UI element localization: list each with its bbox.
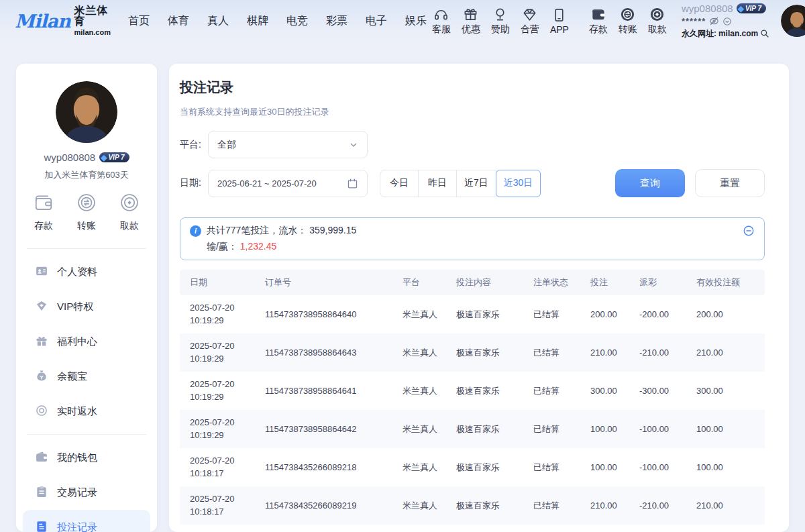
cell-bet: 210.00 <box>590 500 639 511</box>
main-panel: 投注记录 当前系统支持查询最近30日的投注记录 平台: 全部 日期: 2025-… <box>169 64 789 532</box>
transfer-icon <box>76 193 97 215</box>
user-info-block: wyp080808 ◆ VIP 7 ****** 永久网址: milan.com <box>682 3 775 38</box>
cell-platform: 米兰真人 <box>402 385 456 397</box>
transactions-icon <box>35 485 48 500</box>
cell-content: 极速百家乐 <box>456 385 533 397</box>
deposit-action[interactable]: 存款 <box>34 193 54 232</box>
nav-item-slots[interactable]: 电子 <box>366 14 387 28</box>
avatar[interactable] <box>781 5 805 37</box>
cell-order-no: 1154738738958864643 <box>265 348 402 358</box>
cell-date: 2025-07-2010:19:29 <box>180 302 265 327</box>
sidebar-item-label: 福利中心 <box>57 335 97 348</box>
sidebar-item-wallet[interactable]: 我的钱包 <box>16 440 157 475</box>
col-platform: 平台 <box>402 276 456 288</box>
nav-item-live[interactable]: 真人 <box>207 14 229 28</box>
site-logo[interactable]: Milan 米兰体育 milan.com <box>15 5 111 36</box>
win-loss-value: 1,232.45 <box>240 241 277 252</box>
vip-badge: ◆ VIP 7 <box>99 152 129 162</box>
platform-select[interactable]: 全部 <box>208 131 368 158</box>
avatar[interactable] <box>56 81 117 143</box>
cell-status: 已结算 <box>533 309 590 321</box>
sidebar-item-welfare[interactable]: 福利中心 <box>16 324 157 359</box>
nav-item-lottery[interactable]: 彩票 <box>326 14 347 28</box>
date-range-value: 2025-06-21 ~ 2025-07-20 <box>217 178 317 189</box>
cell-platform: 米兰真人 <box>402 500 456 512</box>
sidebar-item-transactions[interactable]: 交易记录 <box>16 475 157 510</box>
sidebar-item-rebate[interactable]: 实时返水 <box>16 394 157 429</box>
app-icon <box>551 7 567 23</box>
cell-status: 已结算 <box>533 423 590 435</box>
cell-status: 已结算 <box>533 347 590 359</box>
vip-badge: ◆ VIP 7 <box>737 3 766 13</box>
reset-button[interactable]: 重置 <box>695 169 765 197</box>
cell-date: 2025-07-2010:19:29 <box>180 340 265 366</box>
deposit-link[interactable]: 存款 <box>584 7 613 36</box>
refresh-balance-icon[interactable] <box>722 17 732 26</box>
sponsor-icon <box>492 7 508 22</box>
main-nav: 首页 体育 真人 棋牌 电竞 彩票 电子 娱乐 <box>128 14 427 28</box>
summary-box: i 共计777笔投注，流水： 359,999.15 输/赢： 1,232.45 <box>180 217 765 260</box>
col-content: 投注内容 <box>456 276 533 288</box>
cell-order-no: 1154738435266089219 <box>265 500 402 511</box>
date-label: 日期: <box>180 177 208 189</box>
quick-link-label: 合营 <box>521 23 539 36</box>
quick-link-promo[interactable]: 优惠 <box>456 7 486 36</box>
nav-item-cards[interactable]: 棋牌 <box>247 14 268 28</box>
cell-bet: 300.00 <box>590 386 639 396</box>
gift-icon <box>463 7 478 22</box>
quick-link-app[interactable]: APP <box>545 7 574 35</box>
cell-order-no: 1154738738958864640 <box>265 309 402 319</box>
sidebar-item-yuebao[interactable]: 余额宝 <box>16 359 157 394</box>
range-button-30days[interactable]: 近30日 <box>496 170 541 197</box>
transfer-icon <box>620 7 635 22</box>
withdraw-icon <box>119 193 140 215</box>
deposit-icon <box>34 193 54 215</box>
quick-link-partner[interactable]: 合营 <box>515 7 545 36</box>
bet-records-table: 日期 订单号 平台 投注内容 注单状态 投注 派彩 有效投注额 2025-07-… <box>180 270 765 525</box>
vip-diamond-icon: ◆ <box>738 5 744 13</box>
cell-content: 极速百家乐 <box>456 462 533 474</box>
money-bag-icon <box>35 369 48 384</box>
eye-off-icon[interactable] <box>709 16 719 26</box>
range-button-yesterday[interactable]: 昨日 <box>418 170 457 197</box>
nav-item-entertainment[interactable]: 娱乐 <box>405 14 427 28</box>
welfare-gift-icon <box>35 334 48 350</box>
cell-order-no: 1154738738958864642 <box>265 424 402 434</box>
cell-payout: -300.00 <box>639 386 696 396</box>
sidebar-item-bet-records[interactable]: 投注记录 <box>23 510 150 532</box>
sidebar-item-vip[interactable]: VIP特权 <box>16 289 157 324</box>
nav-item-sports[interactable]: 体育 <box>168 14 189 28</box>
wallet-link-label: 取款 <box>648 23 667 36</box>
quick-range-group: 今日 昨日 近7日 近30日 <box>380 170 541 197</box>
col-status: 注单状态 <box>533 276 590 288</box>
vip-gem-icon <box>35 299 48 315</box>
range-button-today[interactable]: 今日 <box>380 170 419 197</box>
query-button[interactable]: 查询 <box>615 169 685 197</box>
page-subtitle: 当前系统支持查询最近30日的投注记录 <box>180 106 765 118</box>
nav-item-home[interactable]: 首页 <box>128 14 150 28</box>
chevron-down-icon <box>349 140 358 150</box>
cell-date: 2025-07-2010:18:17 <box>180 455 265 480</box>
masked-balance: ****** <box>682 17 706 25</box>
transfer-link[interactable]: 转账 <box>613 7 643 36</box>
range-button-7days[interactable]: 近7日 <box>456 170 496 197</box>
withdraw-action[interactable]: 取款 <box>119 193 140 232</box>
col-bet: 投注 <box>590 276 639 288</box>
collapse-icon[interactable] <box>743 225 755 237</box>
sidebar-item-profile[interactable]: 个人资料 <box>16 254 157 289</box>
quick-link-service[interactable]: 客服 <box>427 7 456 36</box>
date-range-input[interactable]: 2025-06-21 ~ 2025-07-20 <box>208 170 368 197</box>
nav-item-esports[interactable]: 电竞 <box>286 14 308 28</box>
withdraw-link[interactable]: 取款 <box>643 7 672 36</box>
quick-link-sponsor[interactable]: 赞助 <box>486 7 515 36</box>
cell-order-no: 1154738738958864641 <box>265 386 402 396</box>
magnifier-icon[interactable] <box>760 29 769 38</box>
transfer-action[interactable]: 转账 <box>76 193 97 232</box>
col-payout: 派彩 <box>639 276 696 288</box>
cell-status: 已结算 <box>533 462 590 474</box>
win-loss-label: 输/赢： <box>207 241 240 252</box>
summary-line1: 共计777笔投注，流水： 359,999.15 <box>207 225 356 237</box>
cell-payout: -200.00 <box>639 309 696 319</box>
sidebar-item-label: 实时返水 <box>57 405 97 418</box>
quick-link-label: 优惠 <box>462 23 480 36</box>
